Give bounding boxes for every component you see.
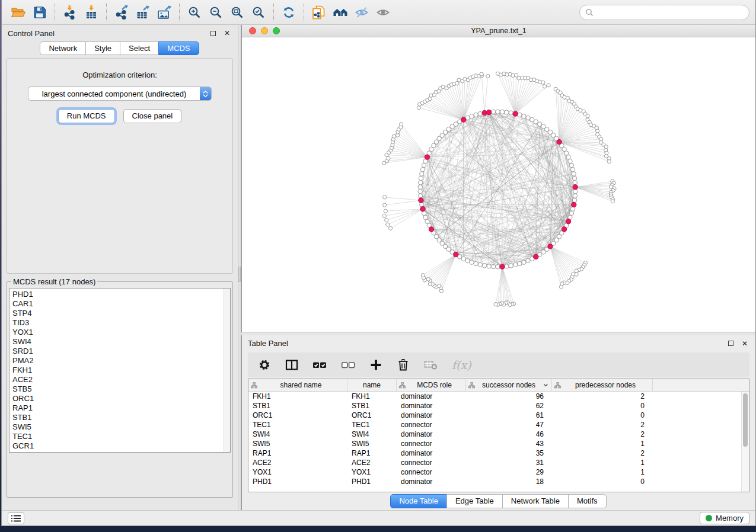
tab-select[interactable]: Select bbox=[120, 41, 159, 55]
mcds-result-item[interactable]: SRD1 bbox=[12, 347, 227, 356]
import-table-button[interactable] bbox=[81, 3, 102, 22]
mcds-result-item[interactable]: CAR1 bbox=[12, 299, 227, 309]
table-row[interactable]: SWI5SWI5connector431 bbox=[248, 439, 749, 448]
deselect-all-button[interactable] bbox=[340, 358, 356, 372]
tab-mcds[interactable]: MCDS bbox=[158, 41, 199, 55]
export-network-button[interactable] bbox=[111, 3, 132, 22]
zoom-in-button[interactable] bbox=[184, 3, 205, 22]
mcds-result-item[interactable]: ORC1 bbox=[12, 394, 227, 403]
select-all-button[interactable] bbox=[312, 358, 327, 372]
mcds-result-item[interactable]: STB5 bbox=[12, 384, 227, 394]
network-view-titlebar[interactable]: YPA_prune.txt_1 bbox=[242, 25, 755, 37]
zoom-fit-button[interactable] bbox=[227, 3, 248, 22]
mcds-result-item[interactable]: RAP1 bbox=[12, 403, 227, 413]
table-cell: FKH1 bbox=[248, 392, 347, 400]
function-builder-button[interactable]: f(x) bbox=[452, 358, 471, 371]
table-cell: 62 bbox=[466, 402, 552, 410]
mcds-result-item[interactable]: PMA2 bbox=[12, 356, 227, 366]
mcds-result-item[interactable]: ACE2 bbox=[12, 375, 227, 384]
close-table-panel-button[interactable]: ✕ bbox=[740, 339, 749, 348]
table-cell: SWI5 bbox=[347, 440, 397, 448]
tab-network-table[interactable]: Network Table bbox=[502, 494, 569, 508]
zoom-selected-icon bbox=[251, 5, 266, 20]
save-session-button[interactable] bbox=[29, 3, 50, 22]
maximize-window-icon[interactable] bbox=[273, 27, 280, 34]
table-row[interactable]: TEC1TEC1connector472 bbox=[248, 420, 749, 430]
mcds-result-listbox[interactable]: PHD1CAR1STP4TID3YOX1SWI4SRD1PMA2FKH1ACE2… bbox=[9, 288, 231, 453]
search-input[interactable] bbox=[596, 8, 744, 17]
run-mcds-button[interactable]: Run MCDS bbox=[58, 109, 115, 123]
column-header-successor-nodes[interactable]: successor nodes bbox=[466, 379, 552, 391]
show-all-button[interactable] bbox=[372, 3, 394, 22]
mcds-result-item[interactable]: SWI4 bbox=[12, 337, 227, 347]
column-view-button[interactable] bbox=[285, 358, 299, 372]
tab-edge-table[interactable]: Edge Table bbox=[446, 494, 503, 508]
vertical-splitter[interactable] bbox=[238, 25, 241, 510]
import-network-button[interactable] bbox=[59, 3, 81, 22]
table-cell: PHD1 bbox=[347, 477, 397, 486]
mcds-result-item[interactable]: TID3 bbox=[12, 318, 227, 328]
close-panel-action-button[interactable]: Close panel bbox=[123, 109, 182, 123]
table-cell: 2 bbox=[552, 421, 653, 429]
export-table-button[interactable] bbox=[132, 3, 154, 22]
optimization-criterion-label: Optimization criterion: bbox=[7, 70, 232, 79]
table-scrollbar[interactable] bbox=[741, 392, 749, 492]
column-header-predecessor-nodes[interactable]: predecessor nodes bbox=[552, 379, 653, 391]
mcds-node bbox=[454, 252, 458, 257]
tab-network[interactable]: Network bbox=[40, 41, 86, 55]
tab-style[interactable]: Style bbox=[85, 41, 120, 55]
column-header-shared-name[interactable]: shared name bbox=[248, 379, 347, 391]
table-row[interactable]: ORC1ORC1dominator610 bbox=[248, 411, 749, 420]
mcds-result-item[interactable]: STP4 bbox=[12, 309, 227, 318]
zoom-selected-button[interactable] bbox=[248, 3, 269, 22]
table-panel: Table Panel ✕ bbox=[241, 335, 755, 510]
network-canvas[interactable] bbox=[242, 37, 755, 332]
table-row[interactable]: ACE2ACE2connector311 bbox=[248, 458, 749, 467]
gear-icon bbox=[257, 358, 272, 372]
mcds-result-item[interactable]: SWI5 bbox=[12, 422, 227, 432]
control-panel: Control Panel ✕ Network Style Select MCD… bbox=[2, 25, 238, 510]
open-file-button[interactable] bbox=[8, 3, 29, 22]
optimization-criterion-select[interactable]: largest connected component (undirected) bbox=[28, 86, 212, 101]
first-neighbors-button[interactable] bbox=[330, 3, 351, 22]
delete-column-button[interactable] bbox=[396, 358, 410, 372]
table-row[interactable]: FKH1FKH1dominator962 bbox=[248, 392, 749, 401]
node-table[interactable]: shared namenameMCDS rolesuccessor nodesp… bbox=[248, 379, 749, 492]
table-row[interactable]: PHD1PHD1dominator180 bbox=[248, 477, 749, 486]
float-table-panel-button[interactable] bbox=[726, 339, 735, 348]
table-settings-button[interactable] bbox=[257, 358, 272, 372]
close-panel-button[interactable]: ✕ bbox=[222, 28, 232, 38]
table-row[interactable]: RAP1RAP1dominator352 bbox=[248, 448, 749, 458]
minimize-window-icon[interactable] bbox=[261, 27, 268, 34]
add-column-button[interactable] bbox=[369, 358, 383, 372]
splitter-grip[interactable] bbox=[238, 267, 241, 282]
delete-table-button[interactable] bbox=[423, 358, 439, 371]
table-row[interactable]: STB1STB1dominator620 bbox=[248, 401, 749, 411]
export-image-button[interactable] bbox=[154, 3, 175, 22]
mcds-node bbox=[500, 264, 505, 269]
task-history-button[interactable] bbox=[8, 512, 24, 524]
table-row[interactable]: YOX1YOX1connector291 bbox=[248, 467, 749, 477]
network-svg[interactable] bbox=[242, 37, 755, 332]
hide-selected-button[interactable] bbox=[351, 3, 372, 22]
mcds-result-item[interactable]: GCR1 bbox=[12, 441, 227, 451]
result-scrollbar[interactable] bbox=[224, 289, 230, 452]
mcds-result-item[interactable]: STB1 bbox=[12, 413, 227, 422]
zoom-out-button[interactable] bbox=[205, 3, 227, 22]
refresh-view-button[interactable] bbox=[278, 3, 299, 22]
table-scrollbar-thumb[interactable] bbox=[743, 393, 748, 447]
clone-network-button[interactable] bbox=[308, 3, 330, 22]
mcds-result-item[interactable]: TEC1 bbox=[12, 432, 227, 441]
mcds-result-item[interactable]: YOX1 bbox=[12, 328, 227, 337]
memory-button[interactable]: Memory bbox=[700, 512, 749, 524]
mcds-result-item[interactable]: FKH1 bbox=[12, 366, 227, 375]
tab-motifs[interactable]: Motifs bbox=[568, 494, 607, 508]
tab-node-table[interactable]: Node Table bbox=[390, 494, 447, 508]
table-cell: 18 bbox=[466, 477, 552, 486]
column-header-MCDS-role[interactable]: MCDS role bbox=[397, 379, 466, 391]
close-window-icon[interactable] bbox=[249, 27, 256, 34]
mcds-result-item[interactable]: PHD1 bbox=[12, 290, 227, 299]
float-panel-button[interactable] bbox=[208, 28, 218, 38]
table-row[interactable]: SWI4SWI4dominator462 bbox=[248, 430, 749, 439]
column-header-name[interactable]: name bbox=[347, 379, 397, 391]
